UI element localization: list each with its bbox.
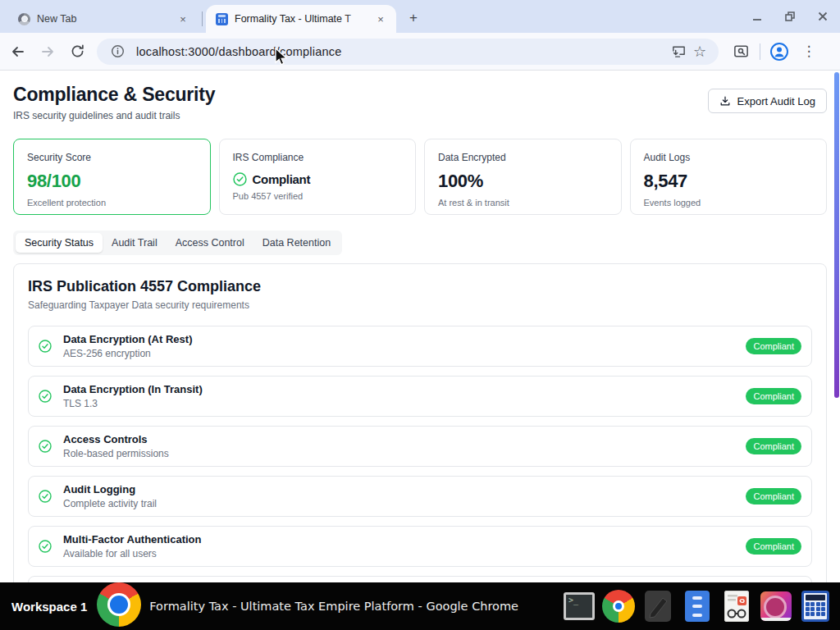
toolbar-right: ⋮ <box>730 41 819 62</box>
stat-card-irs-compliance[interactable]: IRS Compliance Compliant Pub 4557 verifi… <box>219 139 417 215</box>
site-info-icon[interactable] <box>107 41 128 62</box>
status-badge: Compliant <box>746 488 801 504</box>
active-window-title[interactable]: Formality Tax - Ultimate Tax Empire Plat… <box>149 600 518 613</box>
tab-title: Formality Tax - Ultimate T <box>235 13 367 25</box>
close-window-button[interactable] <box>812 6 833 27</box>
export-audit-log-button[interactable]: Export Audit Log <box>708 89 827 113</box>
chrome-favicon-icon <box>18 13 30 25</box>
compliance-row: Access Controls Role-based permissions C… <box>28 426 812 467</box>
workspace-label[interactable]: Workspace 1 <box>11 600 87 614</box>
tab-access-control[interactable]: Access Control <box>167 233 253 253</box>
page-content: Compliance & Security IRS security guide… <box>0 72 840 582</box>
status-badge: Compliant <box>746 538 801 555</box>
window-controls <box>746 0 833 33</box>
file-cabinet-icon[interactable] <box>681 590 714 623</box>
status-badge: Compliant <box>746 388 801 404</box>
calculator-icon[interactable] <box>799 590 832 623</box>
compliance-row: Audit Logging Complete activity trail Co… <box>28 476 812 517</box>
search-tabs-icon[interactable] <box>730 41 751 62</box>
tab-separator <box>202 11 203 26</box>
check-circle-icon <box>39 440 52 453</box>
compliance-card: IRS Publication 4557 Compliance Safeguar… <box>13 263 827 582</box>
mouse-cursor <box>273 48 290 67</box>
page-title: Compliance & Security <box>13 84 215 106</box>
taskbar: Workspace 1 Formality Tax - Ultimate Tax… <box>0 582 840 630</box>
check-circle-icon <box>39 540 52 553</box>
page-scrollbar[interactable] <box>834 72 839 398</box>
image-viewer-icon[interactable] <box>760 590 792 623</box>
chrome-icon[interactable] <box>602 590 635 623</box>
reload-icon[interactable] <box>66 40 89 63</box>
status-badge: Compliant <box>746 338 801 354</box>
new-tab-button[interactable]: + <box>403 7 424 29</box>
browser-toolbar: localhost:3000/dashboard/compliance ☆ ⋮ <box>0 33 840 71</box>
chrome-menu-icon[interactable]: ⋮ <box>798 41 819 62</box>
url-text: localhost:3000/dashboard/compliance <box>136 45 668 58</box>
document-viewer-icon[interactable] <box>720 590 753 623</box>
calculator-favicon-icon <box>216 13 228 25</box>
check-circle-icon <box>39 340 52 353</box>
profile-avatar-icon[interactable] <box>769 41 790 62</box>
toolbar-separator <box>760 43 760 60</box>
check-circle-icon <box>39 490 52 503</box>
compliance-row: Data Backup Daily automated backups Comp… <box>28 576 812 582</box>
tab-close-icon[interactable]: × <box>373 11 388 26</box>
stat-card-security-score[interactable]: Security Score 98/100 Excellent protecti… <box>13 139 211 215</box>
tab-data-retention[interactable]: Data Retention <box>253 233 340 253</box>
address-bar[interactable]: localhost:3000/dashboard/compliance ☆ <box>97 39 719 65</box>
back-icon[interactable] <box>7 40 30 63</box>
forward-icon[interactable] <box>36 40 59 63</box>
tab-new-tab[interactable]: New Tab × <box>8 5 199 33</box>
minimize-button[interactable] <box>746 6 768 27</box>
compliance-row: Data Encryption (In Transit) TLS 1.3 Com… <box>28 376 812 417</box>
stat-card-data-encrypted[interactable]: Data Encrypted 100% At rest & in transit <box>424 139 622 215</box>
tab-formality-tax[interactable]: Formality Tax - Ultimate T × <box>206 5 396 33</box>
bookmark-star-icon[interactable]: ☆ <box>689 41 710 62</box>
section-tabs: Security Status Audit Trail Access Contr… <box>13 231 342 255</box>
compliance-list: Data Encryption (At Rest) AES-256 encryp… <box>28 326 812 582</box>
compliance-card-subtitle: Safeguarding Taxpayer Data security requ… <box>28 299 812 311</box>
page-subtitle: IRS security guidelines and audit trails <box>13 110 215 121</box>
terminal-icon[interactable]: >_ <box>563 590 596 623</box>
dock: >_ <box>563 582 832 630</box>
restore-button[interactable] <box>779 6 801 27</box>
stat-cards: Security Score 98/100 Excellent protecti… <box>13 139 827 215</box>
download-icon <box>719 95 731 107</box>
chrome-window-icon[interactable] <box>97 582 141 627</box>
tab-audit-trail[interactable]: Audit Trail <box>103 233 167 253</box>
tab-title: New Tab <box>37 13 169 25</box>
stat-card-audit-logs[interactable]: Audit Logs 8,547 Events logged <box>630 139 828 215</box>
browser-tab-strip: New Tab × Formality Tax - Ultimate T × + <box>0 0 840 33</box>
tab-close-icon[interactable]: × <box>176 11 190 26</box>
compliance-card-title: IRS Publication 4557 Compliance <box>28 278 812 295</box>
text-editor-icon[interactable] <box>641 590 674 623</box>
status-badge: Compliant <box>746 438 801 454</box>
compliance-row: Data Encryption (At Rest) AES-256 encryp… <box>28 326 812 367</box>
compliance-row: Multi-Factor Authentication Available fo… <box>28 526 812 567</box>
check-circle-icon <box>39 390 52 403</box>
tab-security-status[interactable]: Security Status <box>16 233 103 253</box>
check-circle-icon <box>233 172 247 186</box>
install-app-icon[interactable] <box>668 41 689 62</box>
